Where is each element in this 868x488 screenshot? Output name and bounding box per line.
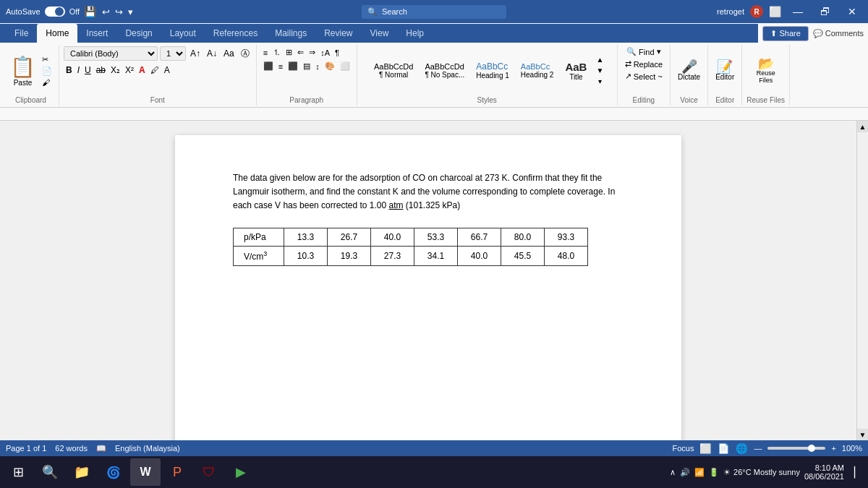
time-display[interactable]: 8:10 AM 08/06/2021 [804, 463, 844, 481]
undo-btn[interactable]: ↩ [101, 6, 111, 18]
select-button[interactable]: ↗ Select ~ [622, 71, 665, 82]
line-spacing-button[interactable]: ↕ [313, 61, 322, 72]
tab-design[interactable]: Design [116, 24, 161, 43]
style-normal[interactable]: AaBbCcDd ¶ Normal [369, 60, 418, 81]
decrease-indent-button[interactable]: ⇐ [295, 46, 306, 59]
underline-button[interactable]: U [82, 64, 93, 76]
reuse-files-button[interactable]: 📂 ReuseFiles [754, 56, 778, 86]
tab-layout[interactable]: Layout [161, 24, 205, 43]
font-size-select[interactable]: 11 [160, 46, 186, 61]
styles-scroll-down[interactable]: ▼ [595, 66, 605, 75]
share-button[interactable]: ⬆ Share [762, 26, 808, 41]
search-button[interactable]: 🔍 [35, 458, 65, 486]
start-button[interactable]: ⊞ [3, 458, 33, 486]
close-button[interactable]: ✕ [842, 4, 862, 19]
highlight-button[interactable]: 🖊 [148, 64, 161, 76]
view-web-button[interactable]: 🌐 [736, 443, 748, 454]
zoom-minus[interactable]: — [754, 444, 762, 453]
style-nospace[interactable]: AaBbCcDd ¶ No Spac... [420, 60, 469, 81]
find-button[interactable]: 🔍 Find ▾ [624, 46, 663, 57]
minimize-button[interactable]: — [787, 4, 809, 19]
increase-indent-button[interactable]: ⇒ [307, 46, 318, 59]
zoom-thumb[interactable] [808, 445, 815, 452]
strikethrough-button[interactable]: ab [94, 64, 108, 76]
replace-button[interactable]: ⇄ Replace [622, 59, 665, 69]
network-icon[interactable]: 📶 [694, 468, 705, 477]
qa-more-btn[interactable]: ▾ [127, 6, 135, 18]
increase-font-button[interactable]: A↑ [188, 48, 203, 59]
save-icon[interactable]: 💾 [84, 6, 96, 17]
taskbar-app-word[interactable]: W [130, 458, 161, 486]
align-left-button[interactable]: ⬛ [261, 61, 276, 72]
numbered-list-button[interactable]: ⒈ [271, 46, 283, 59]
copy-button[interactable]: 📄 [40, 66, 54, 77]
tab-help[interactable]: Help [397, 24, 433, 43]
font-color-button[interactable]: A [162, 64, 172, 76]
zoom-slider[interactable] [767, 447, 825, 450]
weather-info[interactable]: ☀ 26°C Mostly sunny [723, 468, 800, 477]
tab-insert[interactable]: Insert [77, 24, 116, 43]
sort-button[interactable]: ↕A [318, 46, 332, 59]
tab-view[interactable]: View [362, 24, 398, 43]
redo-btn[interactable]: ↪ [114, 6, 124, 18]
taskbar-app-edge[interactable]: 🌀 [98, 458, 129, 486]
bold-button[interactable]: B [64, 64, 75, 76]
align-right-button[interactable]: ⬛ [286, 61, 300, 72]
editor-button[interactable]: 📝 Editor [712, 59, 737, 82]
styles-more-btn[interactable]: ▾ [595, 77, 605, 86]
tab-mailings[interactable]: Mailings [266, 24, 315, 43]
change-case-button[interactable]: Aa [221, 48, 237, 59]
screen-icon[interactable]: ⬜ [769, 6, 781, 17]
style-heading1[interactable]: AaBbCc Heading 1 [471, 59, 514, 82]
scroll-up-button[interactable]: ▲ [857, 121, 869, 132]
battery-icon[interactable]: 🔋 [709, 468, 719, 477]
tab-home[interactable]: Home [37, 24, 77, 43]
zoom-percentage: 100% [842, 444, 862, 453]
align-center-button[interactable]: ≡ [276, 61, 285, 72]
data-table: p/kPa 13.3 26.7 40.0 53.3 66.7 80.0 93.3… [233, 228, 588, 266]
paste-button[interactable]: 📋 Paste [7, 53, 38, 88]
tab-review[interactable]: Review [315, 24, 361, 43]
focus-button[interactable]: Focus [672, 444, 694, 453]
search-bar[interactable]: 🔍 Search [362, 5, 506, 19]
taskbar-app-powerpoint[interactable]: P [162, 458, 192, 486]
borders-button[interactable]: ⬜ [338, 61, 352, 72]
restore-button[interactable]: 🗗 [814, 4, 836, 19]
font-color-button-a[interactable]: A [137, 64, 148, 76]
view-read-button[interactable]: 📄 [718, 443, 730, 454]
superscript-button[interactable]: X² [123, 64, 136, 76]
styles-scroll-up[interactable]: ▲ [595, 55, 605, 64]
scroll-down-button[interactable]: ▼ [857, 429, 869, 440]
clear-format-button[interactable]: Ⓐ [239, 47, 252, 61]
volume-icon[interactable]: 🔊 [680, 468, 690, 477]
tab-file[interactable]: File [6, 24, 37, 43]
tray-up-arrow[interactable]: ∧ [670, 468, 676, 477]
multilevel-list-button[interactable]: ⊞ [284, 46, 294, 59]
justify-button[interactable]: ▤ [301, 61, 312, 72]
subscript-button[interactable]: X₂ [109, 64, 122, 76]
proofing-icon[interactable]: 📖 [96, 444, 106, 453]
taskbar-app-security[interactable]: 🛡 [194, 458, 224, 486]
bullets-button[interactable]: ≡ [261, 46, 270, 59]
comments-button[interactable]: 💬 Comments [813, 29, 864, 38]
shading-button[interactable]: 🎨 [323, 61, 337, 72]
cut-button[interactable]: ✂ [40, 54, 54, 65]
taskbar-app-fileexplorer[interactable]: 📁 [67, 458, 97, 486]
tab-references[interactable]: References [205, 24, 266, 43]
decrease-font-button[interactable]: A↓ [205, 48, 219, 59]
taskbar-app-media[interactable]: ▶ [226, 458, 256, 486]
font-family-select[interactable]: Calibri (Body) [64, 46, 158, 61]
document-scroll[interactable]: The data given below are for the adsorpt… [0, 121, 856, 440]
view-layout-button[interactable]: ⬜ [699, 443, 712, 454]
italic-button[interactable]: I [75, 64, 82, 76]
style-heading2[interactable]: AaBbCc Heading 2 [516, 60, 559, 81]
zoom-plus[interactable]: + [831, 444, 835, 453]
vertical-scrollbar[interactable]: ▲ ▼ [856, 121, 868, 440]
autosave-toggle[interactable] [45, 7, 65, 17]
style-title[interactable]: AaB Title [560, 59, 592, 83]
dictate-button[interactable]: 🎤 Dictate [675, 59, 703, 82]
show-formatting-button[interactable]: ¶ [333, 46, 341, 59]
title-bar-center: 🔍 Search [292, 5, 577, 19]
format-painter-button[interactable]: 🖌 [40, 77, 54, 87]
show-desktop-button[interactable]: ▏ [851, 465, 865, 479]
